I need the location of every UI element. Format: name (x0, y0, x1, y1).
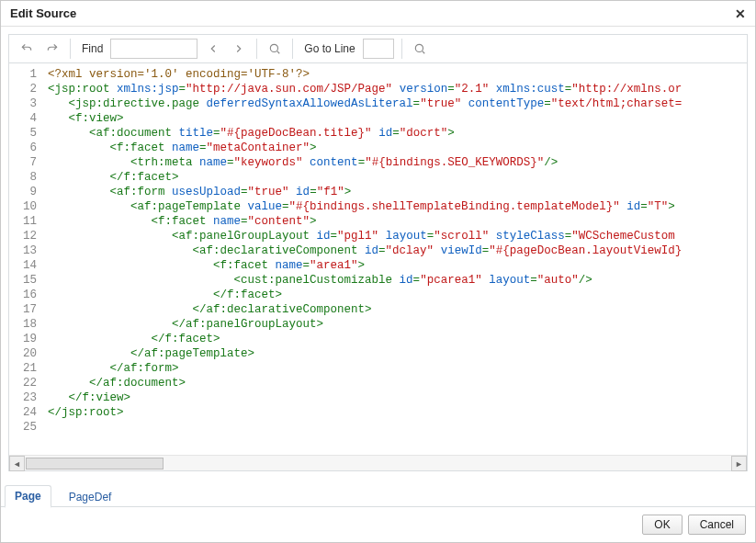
code-line[interactable]: <f:facet name="metaContainer"> (48, 141, 747, 155)
edit-source-dialog: Edit Source ✕ Find Go to Lin (0, 0, 756, 543)
goto-line-input[interactable] (363, 39, 394, 59)
editor-toolbar: Find Go to Line (9, 35, 747, 63)
svg-point-2 (415, 44, 423, 51)
titlebar: Edit Source ✕ (1, 1, 755, 27)
line-number: 24 (9, 405, 37, 420)
code-line[interactable]: </f:facet> (48, 170, 747, 185)
code-line[interactable]: <trh:meta name="keywords" content="#{bin… (48, 155, 747, 170)
code-line[interactable]: </f:facet> (48, 332, 747, 346)
line-gutter: 1234567891011121314151617181920212223242… (9, 63, 44, 455)
code-line[interactable]: </jsp:root> (48, 405, 747, 420)
code-line[interactable]: <af:panelGroupLayout id="pgl1" layout="s… (48, 229, 747, 243)
code-line[interactable]: <jsp:root xmlns:jsp="http://java.sun.com… (48, 82, 747, 96)
line-number: 23 (9, 390, 37, 405)
line-number: 6 (9, 141, 37, 155)
dialog-title: Edit Source (10, 6, 735, 20)
separator (401, 39, 402, 59)
svg-point-0 (271, 44, 278, 51)
code-line[interactable]: <cust:panelCustomizable id="pcarea1" lay… (48, 273, 747, 288)
code-line[interactable]: <af:declarativeComponent id="dclay" view… (48, 243, 747, 258)
search-icon[interactable] (265, 39, 285, 59)
line-number: 8 (9, 170, 37, 185)
separator (70, 39, 71, 59)
line-number: 16 (9, 288, 37, 302)
code-line[interactable]: </f:facet> (48, 288, 747, 302)
line-number: 12 (9, 229, 37, 243)
dialog-footer: OK Cancel (1, 507, 755, 542)
find-label: Find (82, 42, 103, 55)
code-line[interactable]: </f:view> (48, 390, 747, 405)
line-number: 17 (9, 302, 37, 317)
line-number: 22 (9, 376, 37, 390)
line-number: 5 (9, 126, 37, 141)
close-icon[interactable]: ✕ (735, 7, 746, 20)
line-number: 9 (9, 185, 37, 199)
line-number: 18 (9, 317, 37, 332)
goto-label: Go to Line (304, 42, 355, 55)
undo-icon[interactable] (17, 39, 37, 59)
tab-page[interactable]: Page (5, 485, 51, 508)
line-number: 2 (9, 82, 37, 96)
code-line[interactable]: <jsp:directive.page deferredSyntaxAllowe… (48, 96, 747, 111)
code-line[interactable]: <af:pageTemplate value="#{bindings.shell… (48, 199, 747, 214)
line-number: 21 (9, 361, 37, 376)
code-line[interactable]: </af:panelGroupLayout> (48, 317, 747, 332)
code-line[interactable]: <f:facet name="area1"> (48, 258, 747, 273)
code-line[interactable]: </af:pageTemplate> (48, 346, 747, 361)
line-number: 19 (9, 332, 37, 346)
find-next-icon[interactable] (229, 39, 249, 59)
line-number: 3 (9, 96, 37, 111)
scroll-left-icon[interactable]: ◄ (9, 456, 25, 471)
goto-search-icon[interactable] (410, 39, 430, 59)
horizontal-scrollbar[interactable]: ◄ ► (9, 455, 747, 470)
line-number: 25 (9, 420, 37, 435)
line-number: 7 (9, 155, 37, 170)
svg-line-3 (422, 51, 424, 54)
svg-line-1 (277, 51, 280, 54)
find-input[interactable] (110, 39, 197, 59)
editor-panel: Find Go to Line 123456789101112131415161… (8, 34, 748, 471)
separator (292, 39, 293, 59)
code-line[interactable]: <f:view> (48, 111, 747, 126)
code-line[interactable]: <?xml version='1.0' encoding='UTF-8'?> (48, 67, 747, 82)
scrollbar-thumb[interactable] (26, 458, 164, 469)
line-number: 4 (9, 111, 37, 126)
code-line[interactable] (48, 420, 747, 435)
find-prev-icon[interactable] (203, 39, 223, 59)
ok-button[interactable]: OK (642, 515, 682, 535)
line-number: 14 (9, 258, 37, 273)
code-editor[interactable]: 1234567891011121314151617181920212223242… (9, 63, 747, 455)
code-line[interactable]: </af:declarativeComponent> (48, 302, 747, 317)
line-number: 11 (9, 214, 37, 229)
code-line[interactable]: <f:facet name="content"> (48, 214, 747, 229)
redo-icon[interactable] (42, 39, 62, 59)
scroll-right-icon[interactable]: ► (731, 456, 747, 471)
tab-pagedef[interactable]: PageDef (59, 486, 122, 507)
line-number: 10 (9, 199, 37, 214)
tab-bar: Page PageDef (1, 479, 755, 507)
code-line[interactable]: </af:form> (48, 361, 747, 376)
line-number: 15 (9, 273, 37, 288)
code-line[interactable]: <af:form usesUpload="true" id="f1"> (48, 185, 747, 199)
line-number: 1 (9, 67, 37, 82)
separator (256, 39, 257, 59)
line-number: 20 (9, 346, 37, 361)
code-line[interactable]: </af:document> (48, 376, 747, 390)
line-number: 13 (9, 243, 37, 258)
code-line[interactable]: <af:document title="#{pageDocBean.title}… (48, 126, 747, 141)
cancel-button[interactable]: Cancel (688, 515, 746, 535)
code-area[interactable]: <?xml version='1.0' encoding='UTF-8'?><j… (44, 63, 747, 455)
